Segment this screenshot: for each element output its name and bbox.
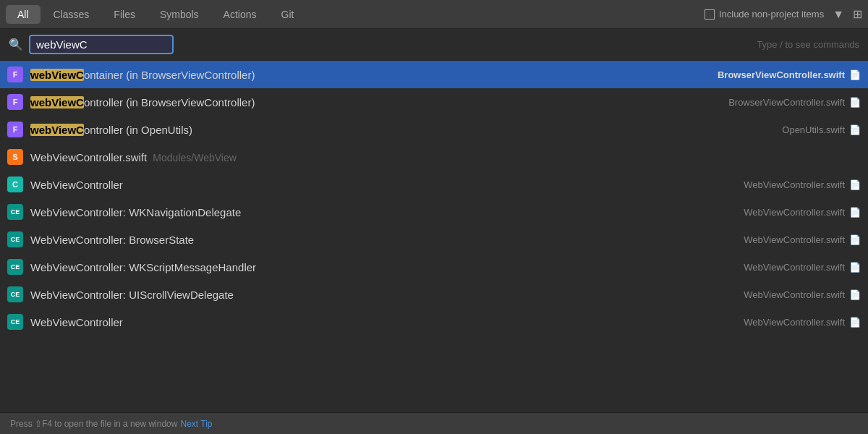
badge-3: S: [7, 149, 23, 165]
tab-right: Include non-project items ▼ ⊞: [705, 7, 862, 21]
badge-4: C: [7, 176, 23, 192]
file-name-2: OpenUtils.swift: [773, 124, 845, 135]
result-name-1: webViewController (in BrowserViewControl…: [30, 96, 720, 109]
file-icon-2: 📄: [849, 124, 861, 135]
result-row-6[interactable]: CE WebViewController: BrowserState WebVi…: [0, 226, 868, 253]
result-name-3: WebViewController.swift Modules/WebView: [30, 151, 861, 163]
tab-actions[interactable]: Actions: [212, 5, 268, 24]
match-highlight-1: webViewC: [30, 96, 84, 109]
file-icon-7: 📄: [849, 262, 861, 273]
include-non-project-label: Include non-project items: [705, 9, 824, 20]
result-rest-1: ontroller (in BrowserViewController): [84, 96, 255, 109]
include-non-project-text: Include non-project items: [719, 9, 824, 20]
badge-6: CE: [7, 231, 23, 247]
tab-bar: All Classes Files Symbols Actions Git In…: [0, 0, 868, 29]
search-icon: 🔍: [9, 38, 23, 51]
result-rest-2: ontroller (in OpenUtils): [84, 124, 192, 136]
layout-icon[interactable]: ⊞: [853, 7, 862, 21]
file-name-1: BrowserViewController.swift: [720, 97, 845, 108]
filter-icon[interactable]: ▼: [833, 8, 844, 21]
file-icon-4: 📄: [849, 179, 861, 190]
tab-files[interactable]: Files: [102, 5, 147, 24]
tab-symbols[interactable]: Symbols: [148, 5, 210, 24]
main-content: 🔍 Type / to see commands F webViewContai…: [0, 29, 868, 434]
result-row-9[interactable]: CE WebViewController WebViewController.s…: [0, 308, 868, 336]
result-row-5[interactable]: CE WebViewController: WKNavigationDelega…: [0, 198, 868, 226]
file-name-0: BrowserViewController.swift: [709, 69, 845, 80]
result-row-1[interactable]: F webViewController (in BrowserViewContr…: [0, 88, 868, 116]
results-list: F webViewContainer (in BrowserViewContro…: [0, 61, 868, 412]
result-row-2[interactable]: F webViewController (in OpenUtils) OpenU…: [0, 116, 868, 143]
result-prefix-3: WebViewController.swift: [30, 151, 147, 163]
file-icon-9: 📄: [849, 317, 861, 328]
file-icon-5: 📄: [849, 207, 861, 218]
badge-9: CE: [7, 314, 23, 330]
result-path-3: Modules/WebView: [153, 152, 236, 163]
result-name-5: WebViewController: WKNavigationDelegate: [30, 206, 735, 218]
file-name-4: WebViewController.swift: [735, 179, 845, 190]
result-name-6: WebViewController: BrowserState: [30, 234, 735, 246]
status-hint-text: Press ⇧F4 to open the file in a new wind…: [10, 419, 177, 429]
badge-2: F: [7, 122, 23, 137]
match-highlight-2: webViewC: [30, 124, 84, 136]
result-name-9: WebViewController: [30, 316, 735, 328]
result-name-8: WebViewController: UIScrollViewDelegate: [30, 289, 735, 301]
result-row-8[interactable]: CE WebViewController: UIScrollViewDelega…: [0, 281, 868, 308]
file-icon-1: 📄: [849, 97, 861, 108]
file-name-9: WebViewController.swift: [735, 317, 845, 328]
file-name-6: WebViewController.swift: [735, 234, 845, 245]
result-name-0: webViewContainer (in BrowserViewControll…: [30, 69, 709, 81]
badge-0: F: [7, 67, 23, 82]
file-icon-8: 📄: [849, 289, 861, 300]
result-row-0[interactable]: F webViewContainer (in BrowserViewContro…: [0, 61, 868, 88]
tab-all[interactable]: All: [6, 5, 41, 24]
search-hint: Type / to see commands: [757, 39, 859, 50]
tab-classes[interactable]: Classes: [42, 5, 101, 24]
file-name-7: WebViewController.swift: [735, 262, 845, 273]
file-name-8: WebViewController.swift: [735, 289, 845, 300]
badge-5: CE: [7, 204, 23, 220]
status-bar: Press ⇧F4 to open the file in a new wind…: [0, 412, 868, 434]
next-tip-button[interactable]: Next Tip: [180, 419, 212, 429]
badge-7: CE: [7, 259, 23, 275]
badge-1: F: [7, 94, 23, 110]
file-name-5: WebViewController.swift: [735, 207, 845, 218]
result-rest-0: ontainer (in BrowserViewController): [84, 69, 255, 81]
file-icon-6: 📄: [849, 234, 861, 245]
file-icon-0: 📄: [849, 69, 861, 80]
match-highlight-0: webViewC: [30, 69, 84, 81]
badge-8: CE: [7, 286, 23, 302]
result-row-3[interactable]: S WebViewController.swift Modules/WebVie…: [0, 143, 868, 171]
result-name-7: WebViewController: WKScriptMessageHandle…: [30, 261, 735, 273]
result-name-2: webViewController (in OpenUtils): [30, 124, 773, 136]
result-row-4[interactable]: C WebViewController WebViewController.sw…: [0, 171, 868, 198]
include-non-project-checkbox[interactable]: [705, 9, 715, 20]
search-input[interactable]: [29, 35, 174, 54]
search-bar: 🔍 Type / to see commands: [0, 29, 868, 61]
result-row-7[interactable]: CE WebViewController: WKScriptMessageHan…: [0, 253, 868, 281]
result-name-4: WebViewController: [30, 179, 735, 191]
tab-git[interactable]: Git: [270, 5, 306, 24]
